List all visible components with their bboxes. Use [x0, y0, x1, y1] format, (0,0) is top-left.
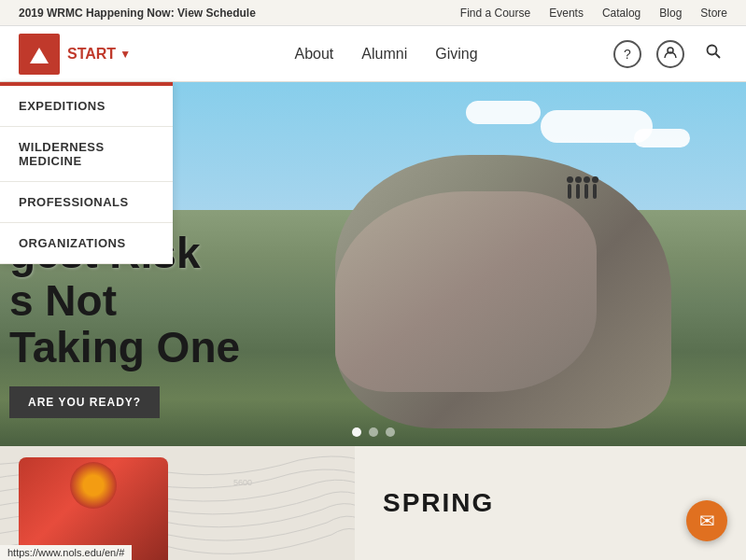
announcement[interactable]: 2019 WRMC Happening Now: View Schedule — [19, 7, 256, 20]
dropdown-wilderness-medicine[interactable]: WILDERNESS MEDICINE — [0, 127, 173, 182]
status-bar: https://www.nols.edu/en/# — [0, 545, 132, 560]
carousel-dot-3[interactable] — [386, 427, 395, 437]
carousel-dot-2[interactable] — [369, 427, 378, 437]
about-link[interactable]: About — [294, 46, 333, 63]
store-link[interactable]: Store — [700, 7, 727, 20]
catalog-link[interactable]: Catalog — [602, 7, 640, 20]
season-label: SPRING — [383, 488, 718, 518]
email-icon: ✉ — [699, 510, 715, 532]
svg-point-3 — [708, 46, 717, 55]
dropdown-arrow-icon: ▼ — [120, 48, 131, 61]
top-bar: 2019 WRMC Happening Now: View Schedule F… — [0, 0, 746, 26]
are-you-ready-button[interactable]: ARE YOU READY? — [9, 386, 160, 418]
svg-marker-0 — [30, 48, 49, 63]
logo-mountain-icon: NOLS — [25, 40, 53, 68]
top-nav-links: Find a Course Events Catalog Blog Store — [460, 7, 727, 20]
bottom-right-content: SPRING — [355, 446, 746, 560]
bottom-section: 5700 5600 5500 SPRING — [0, 446, 746, 560]
start-button[interactable]: START ▼ — [67, 46, 131, 63]
start-label: START — [67, 46, 116, 63]
svg-text:NOLS: NOLS — [33, 66, 53, 68]
alumni-link[interactable]: Alumni — [361, 46, 407, 63]
svg-text:5600: 5600 — [233, 478, 252, 487]
dropdown-expeditions[interactable]: EXPEDITIONS — [0, 86, 173, 127]
logo-area[interactable]: NOLS START ▼ — [19, 34, 131, 75]
status-url: https://www.nols.edu/en/# — [7, 547, 124, 558]
dropdown-organizations[interactable]: ORGANIZATIONS — [0, 223, 173, 264]
svg-line-4 — [716, 54, 721, 59]
dropdown-professionals[interactable]: PROFESSIONALS — [0, 182, 173, 223]
search-icon — [705, 43, 722, 64]
nav-center-links: About Alumni Giving — [159, 46, 613, 63]
question-icon: ? — [624, 47, 631, 62]
user-icon — [664, 46, 677, 62]
carousel-dots — [352, 427, 395, 437]
start-dropdown: EXPEDITIONS WILDERNESS MEDICINE PROFESSI… — [0, 82, 173, 264]
help-button[interactable]: ? — [613, 40, 641, 68]
hero-line-3: Taking One — [9, 324, 240, 371]
map-area: 5700 5600 5500 — [0, 446, 355, 560]
events-link[interactable]: Events — [549, 7, 584, 20]
find-course-link[interactable]: Find a Course — [460, 7, 530, 20]
user-button[interactable] — [656, 40, 684, 68]
email-button[interactable]: ✉ — [686, 500, 727, 541]
search-button[interactable] — [699, 40, 727, 68]
carousel-dot-1[interactable] — [352, 427, 361, 437]
blog-link[interactable]: Blog — [659, 7, 682, 20]
hero-line-2: s Not — [9, 277, 240, 325]
nols-logo[interactable]: NOLS — [19, 34, 60, 75]
main-nav: NOLS START ▼ About Alumni Giving ? — [0, 26, 746, 82]
giving-link[interactable]: Giving — [435, 46, 477, 63]
nav-icons: ? — [613, 40, 727, 68]
